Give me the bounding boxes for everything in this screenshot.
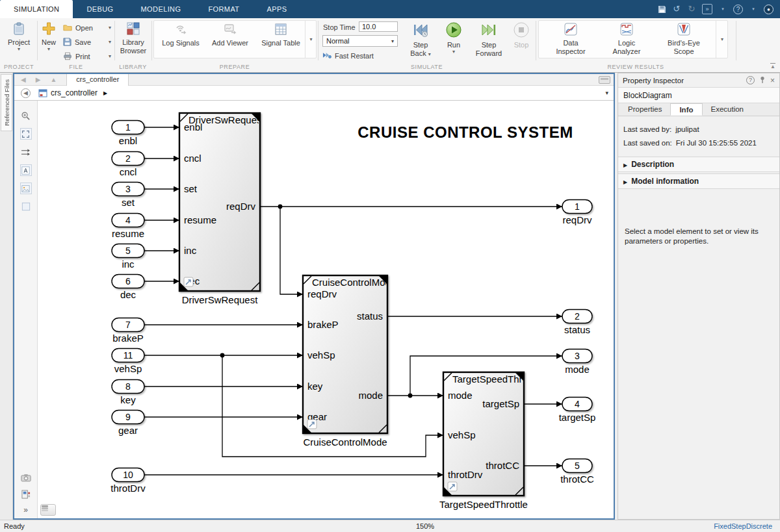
signal-routing-icon[interactable] [20,146,32,158]
logic-analyzer-button[interactable]: Logic Analyzer [601,22,652,56]
review-gallery-caret[interactable]: ▾ [716,21,728,58]
tab-properties[interactable]: Properties [619,103,670,116]
breadcrumb[interactable]: crs_controller ▶ [38,88,107,97]
fit-to-view-icon[interactable] [20,128,32,140]
tab-simulation[interactable]: SIMULATION [0,0,73,18]
sim-mode-value: Normal [326,37,349,45]
fast-restart-button[interactable]: Fast Restart [322,49,374,62]
inport-enbl[interactable]: 1enbl [112,121,144,147]
step-back-icon [404,21,437,40]
section-description-label: Description [631,160,674,169]
redo-icon[interactable]: ↻ [687,4,696,14]
image-icon[interactable] [20,183,32,194]
wire-junction [408,394,413,398]
run-button[interactable]: Run ▾ [439,21,468,55]
block-TargetSpeedThrottle[interactable]: TargetSpeedThrottlemodevehSpthrotDrvtarg… [443,372,541,496]
step-back-button[interactable]: Step Back ▾ [404,21,437,58]
add-viewer-button[interactable]: Add Viewer [209,22,252,47]
block-DriverSwRequest[interactable]: DriverSwRequestenblcnclsetresumeincdecre… [179,113,265,291]
tab-modeling[interactable]: MODELING [127,0,195,18]
solver-link[interactable]: FixedStepDiscrete [714,522,772,530]
tab-execution[interactable]: Execution [703,103,753,116]
help-icon[interactable]: ? [733,5,743,14]
inport-key[interactable]: 8key [112,380,144,406]
area-box-icon[interactable] [20,201,32,212]
annotation-icon[interactable] [20,164,32,176]
breadcrumb-caret-icon[interactable]: ▾ [605,90,608,96]
outport-targetSp[interactable]: 4targetSp [559,398,596,424]
inspector-pin-icon[interactable] [759,76,766,85]
help-caret-icon[interactable]: ▾ [749,4,758,14]
log-signals-button[interactable]: Log Signals [159,22,202,47]
library-browser-button[interactable]: Library Browser [116,21,151,55]
open-button[interactable]: Open ▾ [63,21,111,34]
inport-cncl[interactable]: 2cncl [112,152,144,178]
layout-caret-icon[interactable]: ▾ [718,4,727,14]
tab-apps[interactable]: APPS [253,0,300,18]
prepare-gallery-caret[interactable]: ▾ [305,21,317,58]
sim-mode-dropdown[interactable]: Normal ▾ [322,35,398,47]
breadcrumb-bar: ◀ crs_controller ▶ ▾ [14,86,614,101]
screenshot-camera-icon[interactable] [20,472,32,483]
port-number: 2 [125,153,131,164]
inport-resume[interactable]: 4resume [112,214,144,240]
stop-button[interactable]: Stop [508,21,534,49]
inport-brakeP[interactable]: 7brakeP [112,318,144,344]
project-button[interactable]: Project ▾ [3,21,35,52]
signal-table-button[interactable]: Signal Table [259,22,302,47]
inport-throtDrv[interactable]: 10throtDrv [110,468,146,494]
inport-gear[interactable]: 9gear [112,411,144,437]
zoom-icon[interactable] [20,110,32,121]
outport-mode[interactable]: 3mode [562,349,592,375]
tab-info[interactable]: Info [670,103,702,116]
undo-icon[interactable]: ↺ [672,4,681,14]
output-port-label: throtCC [486,460,519,471]
ribbon-collapse-icon[interactable]: ▲ [770,63,775,69]
section-description[interactable]: ▶Description [618,157,779,172]
inport-vehSp[interactable]: 11vehSp [112,349,144,375]
data-inspector-button[interactable]: Data Inspector [544,22,597,56]
block-CruiseControlMode[interactable]: CruiseControlModereqDrvbrakePvehSpkeygea… [303,275,396,433]
tab-format[interactable]: FORMAT [194,0,253,18]
outport-reqDrv[interactable]: 1reqDrv [562,200,592,226]
model-canvas[interactable]: CRUISE CONTROL SYSTEMDriverSwRequestenbl… [38,101,614,518]
step-forward-button[interactable]: Step Forward [472,21,506,58]
palette-expand-icon[interactable]: » [23,505,28,514]
inspector-close-icon[interactable]: × [770,77,775,84]
step-back-label-1: Step [413,41,428,49]
tab-debug[interactable]: DEBUG [73,0,127,18]
birdseye-scope-button[interactable]: Bird's-Eye Scope [655,22,713,56]
inport-dec[interactable]: 6dec [112,275,144,301]
perspectives-button[interactable] [40,504,56,516]
section-model-information[interactable]: ▶Model information [618,173,779,189]
save-icon[interactable] [657,4,666,14]
inport-set[interactable]: 3set [112,183,144,209]
caret-down-icon: ▾ [428,51,431,57]
data-inspector-label-1: Data [563,39,578,47]
save-button[interactable]: Save ▾ [63,36,111,49]
port-number: 1 [575,201,580,212]
model-tab[interactable]: crs_controller [66,74,129,86]
stop-time-input[interactable] [359,21,398,32]
desktop-layout-icon[interactable]: » [702,4,712,14]
undock-icon[interactable] [599,76,610,84]
profile-icon[interactable]: ● [764,5,774,14]
nav-back-icon[interactable]: ◀ [21,74,26,86]
add-viewer-label: Add Viewer [212,39,248,47]
new-button[interactable]: New ▾ [38,21,60,52]
nav-up-icon[interactable]: ▲ [50,74,57,86]
inspector-help-icon[interactable]: ? [746,76,755,84]
nav-forward-icon[interactable]: ▶ [36,74,41,86]
hide-browser-icon[interactable]: ◀ [21,88,31,98]
print-button[interactable]: Print ▾ [63,50,111,63]
inport-inc[interactable]: 5inc [112,244,144,270]
viewmarks-icon[interactable] [20,488,32,500]
field-label: Last saved by: [623,123,671,136]
zoom-level[interactable]: 150% [416,522,434,530]
outport-status[interactable]: 2status [562,310,592,336]
outport-throtCC[interactable]: 5throtCC [560,459,594,485]
signal-wire[interactable] [280,207,303,294]
field-last-saved-by: Last saved by: jpulipat [623,123,774,136]
port-number: 5 [125,246,131,256]
referenced-files-tab[interactable]: Referenced Files [1,74,12,131]
